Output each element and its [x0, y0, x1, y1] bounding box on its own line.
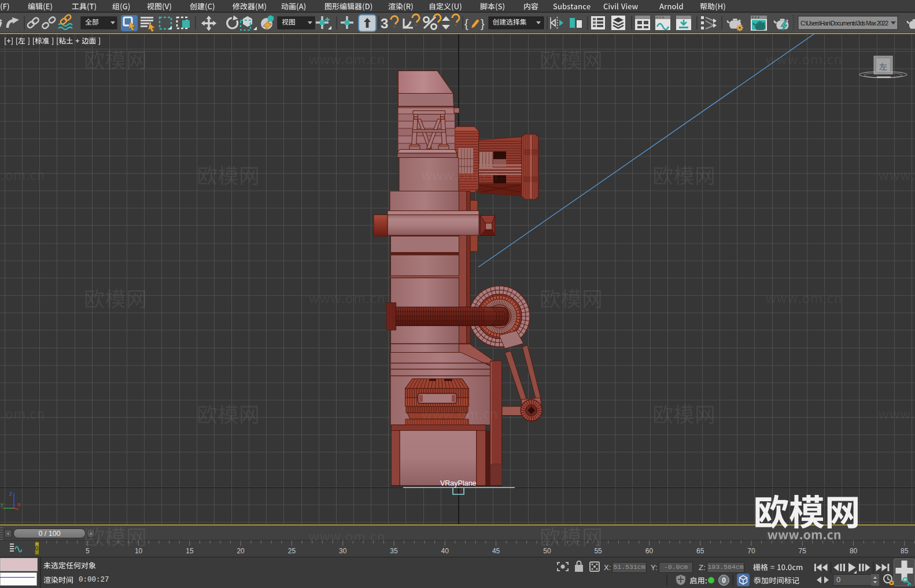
svg-text:35: 35 [390, 547, 398, 555]
svg-text:10: 10 [135, 547, 143, 555]
svg-text:C:\Users\Han\Documents\3ds Max: C:\Users\Han\Documents\3ds Max 2022 [800, 20, 888, 27]
svg-text:3: 3 [381, 16, 388, 31]
svg-text:50: 50 [543, 547, 551, 555]
svg-text:40: 40 [441, 547, 449, 555]
svg-text:30: 30 [339, 547, 347, 555]
svg-text:65: 65 [696, 547, 704, 555]
svg-text:55: 55 [594, 547, 602, 555]
svg-text:45: 45 [492, 547, 500, 555]
svg-text:80: 80 [850, 547, 858, 555]
svg-text:85: 85 [901, 547, 909, 555]
svg-text:{: { [464, 17, 468, 30]
svg-text:x: x [17, 501, 20, 508]
svg-text:y: y [1, 501, 3, 508]
svg-text:75: 75 [799, 547, 807, 555]
svg-text:z: z [9, 490, 12, 497]
svg-text:70: 70 [747, 547, 755, 555]
svg-text:5: 5 [86, 547, 90, 555]
svg-text:15: 15 [186, 547, 194, 555]
svg-text:60: 60 [645, 547, 654, 555]
svg-text:}: } [481, 17, 485, 30]
svg-text:25: 25 [288, 547, 296, 555]
svg-text:20: 20 [237, 547, 245, 555]
